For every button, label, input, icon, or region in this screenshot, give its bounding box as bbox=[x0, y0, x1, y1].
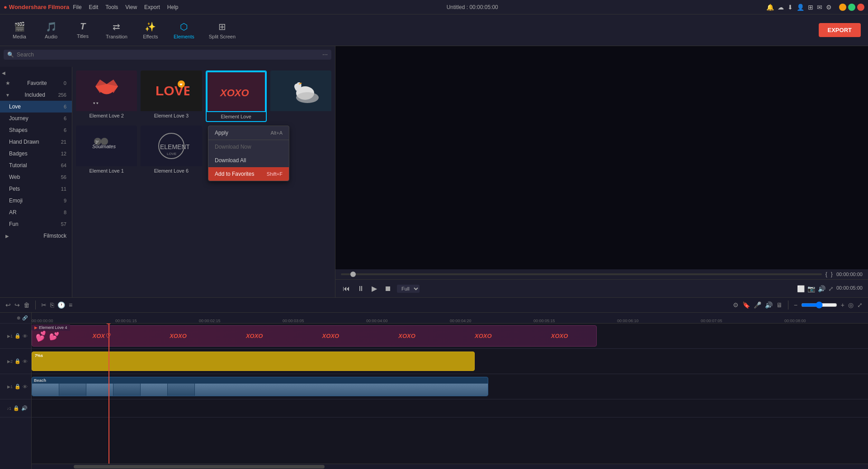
track3-lock-icon[interactable]: 🔒 bbox=[14, 384, 21, 389]
target-icon[interactable]: ◎ bbox=[848, 301, 854, 309]
bell-icon[interactable]: 🔔 bbox=[766, 4, 774, 11]
magnet-icon[interactable]: 🔗 bbox=[22, 315, 28, 320]
item-element-love-6[interactable]: ELEMENTS LOVE Element Love 6 bbox=[141, 126, 202, 175]
menu-help[interactable]: Help bbox=[167, 4, 179, 10]
category-ar[interactable]: AR 8 bbox=[0, 206, 72, 218]
delete-icon[interactable]: 🗑 bbox=[24, 301, 30, 309]
speaker-timeline-icon[interactable]: 🔊 bbox=[765, 301, 773, 309]
settings-timeline-icon[interactable]: ⚙ bbox=[733, 301, 739, 309]
zoom-select[interactable]: Full bbox=[397, 285, 420, 293]
category-included[interactable]: ▼ Included 256 bbox=[0, 89, 72, 101]
category-favorite[interactable]: ★ Favorite 0 bbox=[0, 77, 72, 89]
bookmark-icon[interactable]: 🔖 bbox=[742, 301, 750, 309]
track1-eye-icon[interactable]: 👁 bbox=[23, 333, 28, 339]
item-element-swan[interactable] bbox=[270, 70, 331, 122]
search-input[interactable] bbox=[17, 52, 320, 58]
preview-controls: ⏮ ⏸ ▶ ⏹ Full ⬜ 📷 🔊 ⤢ 00:00:05:00 bbox=[335, 279, 868, 297]
screenshot-icon[interactable]: 📷 bbox=[807, 285, 815, 292]
category-love[interactable]: Love 6 bbox=[0, 101, 72, 113]
zoom-slider[interactable] bbox=[801, 301, 837, 309]
audio-lock-icon[interactable]: 🔒 bbox=[13, 405, 19, 411]
add-track-icon[interactable]: ⊕ bbox=[17, 315, 20, 320]
preview-playhead-dot[interactable] bbox=[350, 272, 356, 277]
maximize-button[interactable] bbox=[848, 4, 855, 11]
audio-speaker-icon[interactable]: 🔊 bbox=[21, 405, 28, 411]
menu-view[interactable]: View bbox=[125, 4, 137, 10]
category-filmstock[interactable]: ▶ Filmstock bbox=[0, 230, 72, 242]
item-element-love-3[interactable]: LOVE ❤ Element Love 3 bbox=[141, 70, 202, 122]
preview-slider[interactable] bbox=[341, 273, 822, 275]
context-menu-download-all[interactable]: Download All bbox=[208, 154, 289, 167]
category-web[interactable]: Web 56 bbox=[0, 171, 72, 183]
track2-lock-icon[interactable]: 🔒 bbox=[14, 358, 21, 364]
category-shapes[interactable]: Shapes 6 bbox=[0, 124, 72, 136]
timeline-scrollbar[interactable] bbox=[32, 464, 868, 469]
context-menu-add-favorites[interactable]: Add to Favorites Shift+F bbox=[208, 167, 289, 181]
category-journey[interactable]: Journey 6 bbox=[0, 113, 72, 124]
category-handdrawn[interactable]: Hand Drawn 21 bbox=[0, 136, 72, 148]
plus-zoom-icon[interactable]: + bbox=[841, 301, 844, 309]
cut-icon[interactable]: ✂ bbox=[41, 301, 47, 309]
user-icon[interactable]: 👤 bbox=[797, 4, 804, 11]
menu-file[interactable]: File bbox=[73, 4, 81, 10]
menu-tools[interactable]: Tools bbox=[105, 4, 118, 10]
category-included-count: 256 bbox=[58, 92, 66, 98]
menu-edit[interactable]: Edit bbox=[89, 4, 99, 10]
list-icon[interactable]: ≡ bbox=[69, 301, 72, 309]
expand-icon[interactable]: ⤢ bbox=[857, 301, 863, 309]
play-button[interactable]: ⏸ bbox=[355, 283, 366, 295]
tracks-area: ✕ ▶ Element Love 4 💕 💕 bbox=[32, 324, 868, 464]
toolbar-audio[interactable]: 🎵 Audio bbox=[35, 18, 67, 43]
mic-icon[interactable]: 🎤 bbox=[754, 301, 761, 309]
toolbar-media[interactable]: 🎬 Media bbox=[4, 18, 35, 43]
category-emoji[interactable]: Emoji 9 bbox=[0, 195, 72, 206]
export-button[interactable]: EXPORT bbox=[819, 23, 861, 37]
stop-button[interactable]: ⏹ bbox=[382, 283, 393, 295]
category-tutorial[interactable]: Tutorial 64 bbox=[0, 159, 72, 171]
close-button[interactable] bbox=[857, 4, 864, 11]
toolbar-splitscreen[interactable]: ⊞ Split Screen bbox=[202, 18, 243, 43]
category-love-count: 6 bbox=[64, 104, 66, 109]
context-menu-download-now[interactable]: Download Now bbox=[208, 140, 289, 154]
toolbar-titles[interactable]: T Titles bbox=[67, 18, 99, 42]
minimize-button[interactable] bbox=[839, 4, 846, 11]
skip-back-button[interactable]: ⏮ bbox=[341, 283, 352, 295]
search-options-icon[interactable]: ⋯ bbox=[322, 52, 328, 58]
fullscreen-icon[interactable]: ⤢ bbox=[828, 285, 834, 292]
xoxo-7: XOXO bbox=[551, 333, 568, 339]
category-pets[interactable]: Pets 11 bbox=[0, 183, 72, 195]
undo-icon[interactable]: ↩ bbox=[5, 301, 11, 309]
track3-eye-icon[interactable]: 👁 bbox=[23, 384, 28, 389]
toolbar-effects[interactable]: ✨ Effects bbox=[135, 18, 166, 43]
redo-icon[interactable]: ↪ bbox=[14, 301, 20, 309]
context-menu-apply[interactable]: Apply Alt+A bbox=[208, 126, 289, 140]
screen-icon[interactable]: ⬜ bbox=[797, 285, 805, 292]
playhead[interactable]: ✕ bbox=[108, 324, 109, 464]
play-forward-button[interactable]: ▶ bbox=[370, 282, 379, 295]
category-pets-count: 11 bbox=[61, 186, 66, 192]
item-element-love-2[interactable]: ♥ ♥ Element Love 2 bbox=[76, 70, 137, 122]
category-badges[interactable]: Badges 12 bbox=[0, 148, 72, 159]
minus-zoom-icon[interactable]: − bbox=[794, 301, 797, 309]
menu-export[interactable]: Export bbox=[144, 4, 160, 10]
track2-eye-icon[interactable]: 👁 bbox=[23, 359, 28, 364]
track1-lock-icon[interactable]: 🔒 bbox=[14, 333, 21, 339]
monitor-icon[interactable]: 🖥 bbox=[776, 301, 783, 309]
toolbar-elements[interactable]: ⬡ Elements bbox=[166, 18, 202, 43]
cloud-icon[interactable]: ☁ bbox=[778, 4, 784, 11]
collapse-panel-icon[interactable]: ◀ bbox=[2, 70, 5, 75]
mail-icon[interactable]: ✉ bbox=[817, 4, 822, 11]
scrollbar-thumb[interactable] bbox=[74, 465, 325, 469]
clock-icon[interactable]: 🕐 bbox=[57, 301, 65, 309]
category-fun[interactable]: Fun 57 bbox=[0, 218, 72, 230]
item-element-love-xoxo[interactable]: XOXO Element Love bbox=[206, 70, 267, 122]
copy-icon[interactable]: ⎘ bbox=[50, 301, 54, 309]
settings-icon[interactable]: ⚙ bbox=[826, 4, 832, 11]
preview-area bbox=[335, 46, 868, 269]
toolbar-transition[interactable]: ⇄ Transition bbox=[99, 18, 135, 43]
item-element-love-1[interactable]: Soulmates 🕊 Element Love 1 bbox=[76, 126, 137, 175]
volume-icon[interactable]: 🔊 bbox=[818, 285, 826, 292]
grid-icon[interactable]: ⊞ bbox=[808, 4, 813, 11]
download-icon[interactable]: ⬇ bbox=[788, 4, 793, 11]
toolbar-effects-label: Effects bbox=[143, 34, 158, 39]
